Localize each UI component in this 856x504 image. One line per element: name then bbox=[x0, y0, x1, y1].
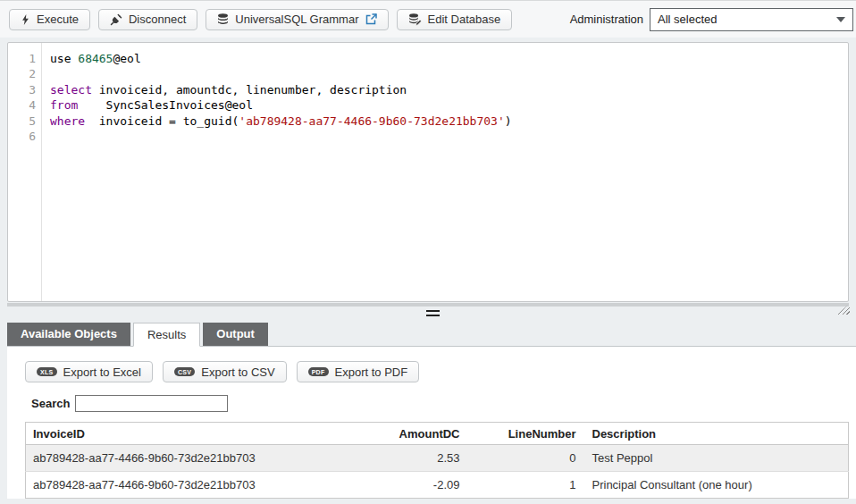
results-panel: XLS Export to Excel CSV Export to CSV PD… bbox=[7, 347, 856, 499]
cell-amountdc: 2.53 bbox=[383, 445, 460, 472]
pdf-badge-icon: PDF bbox=[308, 367, 329, 376]
universalsql-grammar-label: UniversalSQL Grammar bbox=[235, 13, 358, 26]
results-table: InvoiceID AmountDC LineNumber Descriptio… bbox=[25, 422, 849, 499]
xls-badge-icon: XLS bbox=[37, 367, 57, 376]
export-to-csv-button[interactable]: CSV Export to CSV bbox=[163, 361, 287, 382]
code-lines[interactable]: use 68465@eol select invoiceid, amountdc… bbox=[43, 43, 848, 301]
line-number: 6 bbox=[8, 129, 41, 144]
column-header-invoiceid[interactable]: InvoiceID bbox=[26, 423, 383, 445]
database-edit-icon bbox=[408, 13, 422, 26]
database-icon bbox=[217, 13, 229, 26]
code-line: from SyncSalesInvoices@eol bbox=[50, 97, 848, 113]
line-number: 1 bbox=[8, 51, 41, 66]
export-to-excel-label: Export to Excel bbox=[63, 365, 141, 379]
edit-database-label: Edit Database bbox=[428, 13, 501, 26]
cell-linenumber: 0 bbox=[460, 445, 576, 472]
code-line bbox=[50, 129, 848, 144]
export-to-pdf-label: Export to PDF bbox=[335, 365, 408, 379]
csv-badge-icon: CSV bbox=[174, 367, 195, 376]
line-number: 3 bbox=[8, 82, 41, 97]
disconnect-button[interactable]: Disconnect bbox=[98, 9, 197, 30]
chevron-down-icon bbox=[836, 17, 845, 22]
search-row: Search bbox=[31, 395, 856, 412]
cell-invoiceid: ab789428-aa77-4466-9b60-73d2e21bb703 bbox=[26, 472, 383, 499]
search-input[interactable] bbox=[75, 395, 228, 412]
code-token: 'ab789428-aa77-4466-9b60-73d2e21bb703' bbox=[239, 114, 504, 128]
column-header-description[interactable]: Description bbox=[576, 423, 849, 445]
external-link-icon bbox=[365, 13, 377, 25]
code-line bbox=[50, 66, 848, 81]
code-token: ) bbox=[505, 114, 512, 128]
code-token: @eol bbox=[113, 52, 140, 65]
code-token: invoiceid, amountdc, linenumber, descrip… bbox=[92, 83, 407, 97]
line-number: 4 bbox=[8, 97, 41, 113]
table-row: ab789428-aa77-4466-9b60-73d2e21bb703 2.5… bbox=[26, 445, 849, 472]
cell-description: Test Peppol bbox=[576, 445, 849, 472]
table-row: ab789428-aa77-4466-9b60-73d2e21bb703 -2.… bbox=[26, 472, 849, 499]
code-line: use 68465@eol bbox=[50, 51, 848, 66]
column-header-linenumber[interactable]: LineNumber bbox=[460, 423, 576, 445]
code-token: SyncSalesInvoices@eol bbox=[78, 98, 253, 112]
tab-results[interactable]: Results bbox=[133, 323, 200, 347]
editor-resize-bar[interactable] bbox=[7, 303, 849, 307]
code-line: select invoiceid, amountdc, linenumber, … bbox=[50, 82, 848, 97]
splitter-grip[interactable] bbox=[426, 310, 440, 318]
edit-database-button[interactable]: Edit Database bbox=[397, 9, 513, 30]
administration-group: Administration All selected bbox=[570, 8, 853, 31]
table-header-row: InvoiceID AmountDC LineNumber Descriptio… bbox=[26, 423, 849, 445]
cell-invoiceid: ab789428-aa77-4466-9b60-73d2e21bb703 bbox=[26, 445, 383, 472]
toolbar: Execute Disconnect UniversalSQL Grammar bbox=[0, 0, 856, 38]
code-token: invoiceid = to_guid( bbox=[85, 114, 239, 128]
export-to-excel-button[interactable]: XLS Export to Excel bbox=[25, 361, 153, 382]
administration-label: Administration bbox=[570, 13, 643, 26]
cell-linenumber: 1 bbox=[460, 472, 576, 499]
line-number: 2 bbox=[8, 66, 41, 81]
tab-output[interactable]: Output bbox=[203, 323, 268, 346]
plug-icon bbox=[110, 13, 122, 26]
disconnect-button-label: Disconnect bbox=[129, 13, 186, 26]
results-tabbar: Available Objects Results Output bbox=[7, 323, 856, 347]
line-numbers: 123456 bbox=[8, 43, 42, 301]
cell-description: Principal Consultant (one hour) bbox=[576, 472, 849, 499]
code-token: use bbox=[50, 52, 78, 65]
cell-amountdc: -2.09 bbox=[383, 472, 460, 499]
column-header-amountdc[interactable]: AmountDC bbox=[383, 423, 460, 445]
tab-available-objects[interactable]: Available Objects bbox=[7, 323, 130, 346]
export-button-row: XLS Export to Excel CSV Export to CSV PD… bbox=[25, 361, 856, 382]
splitter-bar bbox=[426, 310, 440, 312]
code-token: from bbox=[50, 98, 78, 112]
administration-selected-value: All selected bbox=[658, 13, 717, 26]
administration-dropdown[interactable]: All selected bbox=[650, 8, 853, 31]
splitter-bar bbox=[426, 315, 440, 316]
code-token: 68465 bbox=[78, 52, 113, 65]
export-to-csv-label: Export to CSV bbox=[201, 365, 274, 379]
execute-button[interactable]: Execute bbox=[9, 9, 90, 30]
toolbar-button-group: Execute Disconnect UniversalSQL Grammar bbox=[9, 9, 512, 30]
sql-editor[interactable]: 123456 use 68465@eol select invoiceid, a… bbox=[7, 42, 849, 302]
line-number: 5 bbox=[8, 113, 41, 129]
code-line: where invoiceid = to_guid('ab789428-aa77… bbox=[50, 113, 848, 129]
code-token: where bbox=[50, 114, 85, 128]
universalsql-grammar-button[interactable]: UniversalSQL Grammar bbox=[206, 9, 388, 30]
search-label: Search bbox=[31, 397, 70, 410]
code-token: select bbox=[50, 83, 92, 97]
lightning-icon bbox=[21, 13, 30, 26]
execute-button-label: Execute bbox=[37, 13, 79, 26]
export-to-pdf-button[interactable]: PDF Export to PDF bbox=[297, 361, 420, 382]
